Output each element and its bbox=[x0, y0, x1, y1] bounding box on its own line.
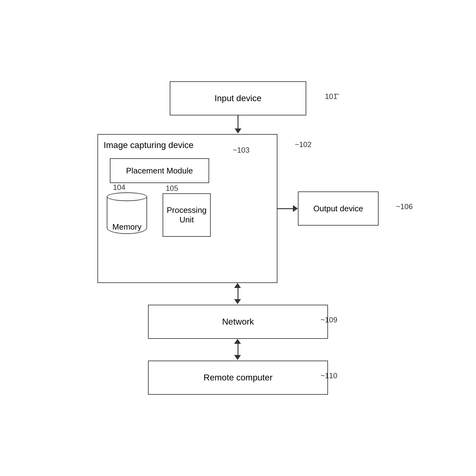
image-capturing-box: Image capturing device Placement Module … bbox=[97, 134, 277, 283]
ref-109: ~109 bbox=[321, 316, 337, 324]
image-capturing-label: Image capturing device bbox=[104, 140, 194, 150]
remote-computer-box: Remote computer bbox=[148, 361, 328, 395]
input-device-box: Input device bbox=[170, 81, 306, 115]
output-device-label: Output device bbox=[313, 204, 363, 213]
output-device-box: Output device bbox=[298, 191, 379, 226]
network-box: Network bbox=[148, 305, 328, 339]
ref-105: 105 bbox=[166, 184, 178, 193]
placement-module-box: Placement Module bbox=[110, 158, 209, 183]
input-device-label: Input device bbox=[215, 93, 262, 103]
ref-103: ~103 bbox=[233, 146, 249, 155]
ref-102: ~102 bbox=[295, 140, 312, 149]
ref-104: 104 bbox=[113, 183, 125, 192]
network-label: Network bbox=[222, 317, 254, 327]
memory-cylinder: Memory bbox=[107, 192, 147, 237]
placement-module-label: Placement Module bbox=[126, 166, 193, 176]
ref-110: ~110 bbox=[321, 371, 337, 380]
remote-computer-label: Remote computer bbox=[204, 373, 273, 383]
processing-unit-box: Processing Unit bbox=[163, 193, 211, 237]
processing-unit-label: Processing Unit bbox=[166, 205, 207, 225]
ref-106: ~106 bbox=[396, 202, 413, 211]
memory-label: Memory bbox=[107, 222, 147, 232]
